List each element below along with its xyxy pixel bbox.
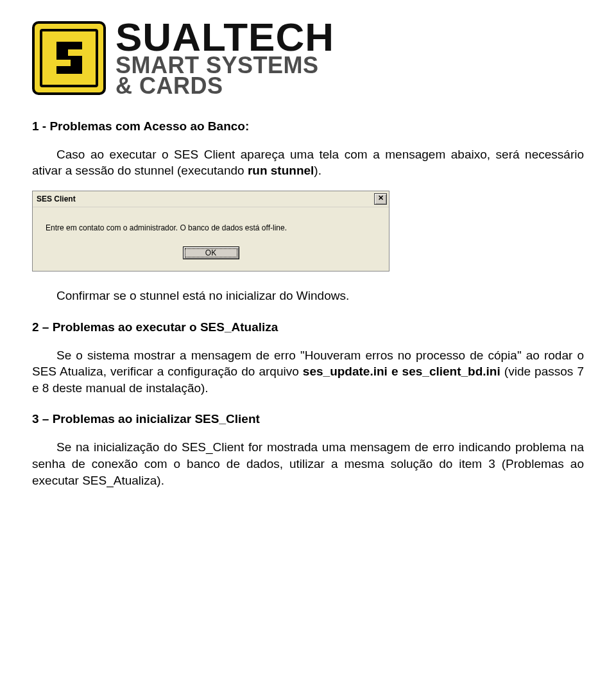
section-3-title: 3 – Problemas ao inicializar SES_Client — [32, 412, 584, 426]
logo-brand: SUALTECH — [116, 19, 334, 55]
section-3-paragraph: Se na inicialização do SES_Client for mo… — [32, 439, 584, 488]
section-2-paragraph: Se o sistema mostrar a mensagem de erro … — [32, 347, 584, 397]
text: ). — [314, 164, 321, 177]
dialog-message: Entre em contato com o administrador. O … — [46, 223, 376, 232]
logo-tag2: & CARDS — [116, 76, 334, 96]
bold-text: ses_update.ini e ses_client_bd.ini — [303, 365, 501, 378]
dialog-screenshot: SES Client ✕ Entre em contato com o admi… — [32, 191, 389, 272]
section-1-paragraph-2: Confirmar se o stunnel está no inicializ… — [32, 288, 584, 304]
section-2-title: 2 – Problemas ao executar o SES_Atualiza — [32, 320, 584, 334]
section-1-title: 1 - Problemas com Acesso ao Banco: — [32, 119, 584, 134]
bold-text: run stunnel — [248, 164, 314, 177]
logo-glyph-icon — [50, 39, 89, 77]
logo-header: SUALTECH SMART SYSTEMS & CARDS — [32, 19, 584, 97]
dialog-ok-button[interactable]: OK — [183, 246, 239, 259]
section-1-paragraph: Caso ao executar o SES Client apareça um… — [32, 146, 584, 179]
dialog-title: SES Client — [37, 194, 76, 203]
dialog-close-button[interactable]: ✕ — [374, 193, 387, 205]
logo-icon — [32, 21, 106, 95]
